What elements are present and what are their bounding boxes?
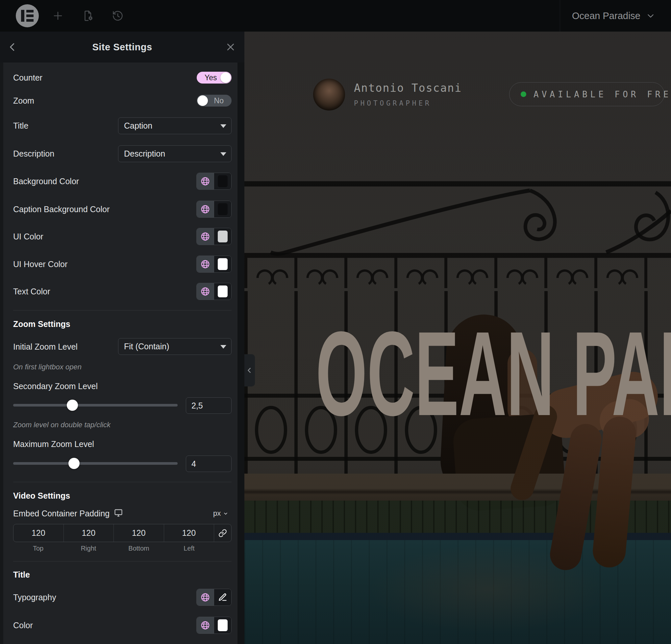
site-settings-panel: Site Settings Counter Yes Zoom No Title …: [0, 31, 244, 644]
global-color-button[interactable]: [197, 256, 214, 272]
color-picker-button[interactable]: [214, 228, 231, 245]
avatar[interactable]: [313, 79, 345, 111]
document-switcher[interactable]: Ocean Paradise: [572, 0, 655, 31]
description-select[interactable]: Description: [118, 146, 231, 162]
status-dot-icon: [521, 91, 526, 97]
secondary-zoom-slider[interactable]: [13, 404, 178, 406]
video-settings-heading: Video Settings: [13, 491, 70, 501]
globe-icon: [200, 259, 210, 269]
panel-collapse-tab[interactable]: [244, 354, 255, 387]
profile-name: Antonio Toscani: [354, 81, 462, 94]
global-color-button[interactable]: [197, 283, 214, 300]
elementor-logo[interactable]: [16, 4, 39, 27]
ui-color-label: UI Color: [13, 232, 43, 241]
top-bar: Ocean Paradise: [0, 0, 671, 31]
color-picker-button[interactable]: [214, 617, 231, 633]
link-values-button[interactable]: [214, 524, 231, 542]
padding-top-input[interactable]: 120: [13, 524, 64, 542]
padding-bottom-input[interactable]: 120: [114, 524, 164, 542]
availability-text: AVAILABLE FOR FREELANCE: [533, 89, 671, 99]
title-section-heading: Title: [13, 570, 30, 580]
document-title: Ocean Paradise: [572, 11, 641, 21]
color-swatch: [218, 286, 228, 297]
padding-side-label: Bottom: [128, 545, 149, 552]
padding-side-label: Top: [33, 545, 43, 552]
section-divider: [13, 482, 231, 482]
caret-down-icon: [220, 124, 226, 128]
initial-zoom-label: Initial Zoom Level: [13, 342, 78, 352]
panel-left-gutter: [0, 63, 3, 644]
history-button[interactable]: [112, 10, 124, 22]
text-color-control: [197, 283, 231, 300]
initial-zoom-helper: On first lightbox open: [13, 363, 81, 371]
secondary-zoom-input[interactable]: 2,5: [186, 397, 231, 414]
color-picker-button[interactable]: [214, 256, 231, 272]
caption-background-color-control: [197, 201, 231, 218]
add-new-button[interactable]: [52, 10, 64, 22]
caret-down-icon: [220, 152, 226, 156]
document-gear-icon: [82, 10, 94, 22]
toggle-state-text: Yes: [205, 73, 217, 82]
global-color-button[interactable]: [197, 228, 214, 245]
global-color-button[interactable]: [197, 201, 214, 217]
padding-side-label: Right: [81, 545, 97, 552]
color-picker-button[interactable]: [214, 201, 231, 217]
ui-hover-color-label: UI Hover Color: [13, 260, 67, 269]
caret-down-icon: [220, 345, 226, 349]
padding-side-label: Left: [183, 545, 194, 552]
padding-input-group: 120 120 120 120: [13, 524, 231, 542]
typography-control: [197, 589, 231, 606]
chevron-down-icon: [646, 12, 655, 20]
panel-scrollbar[interactable]: [238, 63, 244, 644]
globe-icon: [200, 231, 210, 241]
padding-left-input[interactable]: 120: [164, 524, 214, 542]
ui-color-control: [197, 228, 231, 245]
title-color-label: Color: [13, 621, 33, 630]
close-icon: [226, 42, 236, 52]
text-color-label: Text Color: [13, 287, 50, 296]
color-picker-button[interactable]: [214, 283, 231, 300]
panel-header: Site Settings: [0, 31, 244, 63]
zoom-label: Zoom: [13, 96, 34, 105]
zoom-toggle[interactable]: No: [197, 95, 231, 106]
hero-title: OCEAN PARADISE: [316, 314, 671, 433]
typography-label: Typography: [13, 593, 56, 602]
editor-preview[interactable]: OCEAN PARADISE Antonio Toscani PHOTOGRAP…: [244, 31, 671, 644]
global-color-button[interactable]: [197, 617, 214, 633]
color-picker-button[interactable]: [214, 173, 231, 189]
slider-handle[interactable]: [68, 458, 80, 469]
globe-icon: [200, 204, 210, 214]
color-swatch: [218, 175, 228, 187]
secondary-zoom-helper: Zoom level on double tap/click: [13, 421, 111, 429]
unit-value: px: [213, 509, 221, 518]
edit-typography-button[interactable]: [214, 589, 231, 606]
elementor-logo-icon: [21, 10, 34, 22]
ui-hover-color-control: [197, 255, 231, 273]
global-typography-button[interactable]: [197, 589, 214, 606]
section-divider: [13, 561, 231, 561]
topbar-divider: [560, 0, 560, 31]
chevron-down-icon: [223, 511, 228, 516]
global-color-button[interactable]: [197, 173, 214, 189]
initial-zoom-select[interactable]: Fit (Contain): [118, 338, 231, 355]
panel-title: Site Settings: [0, 31, 244, 63]
embed-padding-label: Embed Container Padding: [13, 509, 110, 518]
page-settings-button[interactable]: [82, 10, 94, 22]
maximum-zoom-label: Maximum Zoom Level: [13, 439, 94, 449]
title-select[interactable]: Caption: [118, 117, 231, 134]
counter-toggle[interactable]: Yes: [197, 72, 231, 84]
history-icon: [112, 10, 124, 22]
slider-handle[interactable]: [67, 400, 78, 411]
toggle-state-text: No: [214, 96, 224, 105]
unit-selector[interactable]: px: [213, 509, 228, 518]
responsive-device-button[interactable]: [114, 508, 123, 519]
initial-zoom-value: Fit (Contain): [124, 342, 169, 351]
link-icon: [218, 529, 227, 538]
padding-right-input[interactable]: 120: [64, 524, 114, 542]
maximum-zoom-input[interactable]: 4: [186, 456, 231, 472]
maximum-zoom-slider[interactable]: [13, 462, 178, 465]
globe-icon: [200, 592, 210, 602]
background-color-label: Background Color: [13, 177, 79, 186]
plus-icon: [52, 10, 64, 22]
close-button[interactable]: [223, 39, 239, 55]
